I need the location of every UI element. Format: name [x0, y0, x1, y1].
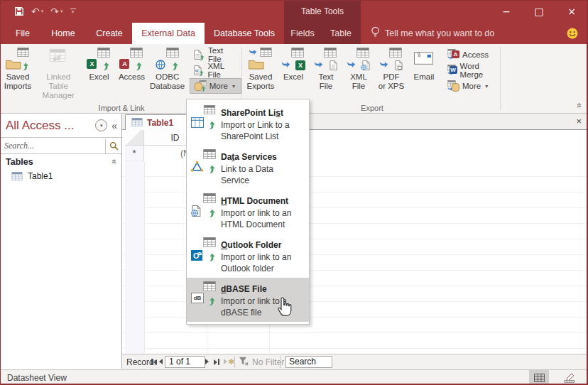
html-document-icon [191, 193, 217, 217]
menu-item-sharepoint-list[interactable]: SharePoint List Import or Link to a Shar… [187, 102, 309, 146]
table-icon [131, 116, 143, 129]
data-services-icon [191, 149, 217, 173]
email-icon [412, 48, 436, 70]
outlook-folder-icon: O [191, 237, 217, 261]
no-filter-button[interactable]: No Filter [239, 357, 284, 368]
tab-home[interactable]: Home [40, 23, 87, 44]
excel-export-icon: X [281, 48, 305, 70]
lightbulb-icon [371, 26, 380, 40]
quick-access-toolbar: ↶▾ ↷▾ ▾ [14, 0, 76, 23]
more-import-dropdown-menu: SharePoint List Import or Link to a Shar… [186, 99, 310, 325]
sharepoint-list-icon [191, 105, 217, 129]
xml-export-icon [347, 48, 371, 70]
nav-pane-title: All Access ... [6, 119, 95, 133]
odbc-database-icon [156, 48, 180, 70]
navigation-pane: All Access ... ▾ « Search... Tables » Ta… [0, 114, 122, 369]
previous-record-icon[interactable] [159, 359, 163, 364]
redo-icon[interactable]: ↷▾ [50, 6, 62, 16]
access-import-icon: A [119, 48, 143, 70]
minimize-button[interactable]: − [490, 0, 523, 23]
table-icon [11, 172, 23, 180]
menu-item-data-services[interactable]: Data Services Link to a Data Service [187, 146, 309, 190]
status-bar: Datasheet View [0, 369, 588, 385]
ribbon-button-email[interactable]: Email [408, 45, 440, 82]
first-record-icon[interactable] [151, 359, 157, 365]
ribbon-button-more-dropdown[interactable]: More▾ [443, 78, 500, 94]
close-document-icon[interactable]: × [576, 116, 582, 127]
ribbon-button-saved-exports[interactable]: Saved Exports [244, 45, 277, 91]
nav-group-tables[interactable]: Tables » [0, 154, 121, 169]
more-import-icon [195, 80, 207, 92]
tell-me-box[interactable]: Tell me what you want to do [371, 23, 494, 44]
saved-exports-icon [249, 48, 273, 70]
ribbon-button-excel[interactable]: XExcel [82, 45, 115, 82]
ribbon-button-access[interactable]: AAccess [443, 47, 500, 63]
text-export-icon [314, 48, 338, 70]
tab-external-data[interactable]: External Data [132, 23, 205, 44]
maximize-button[interactable]: □ [523, 0, 555, 23]
shutter-bar-close-icon[interactable]: « [111, 120, 117, 131]
select-all-corner[interactable] [125, 130, 144, 146]
ribbon-button-linked-table-manager: ⇄Linked Table Manager [34, 45, 82, 100]
record-position-box[interactable]: 1 of 1 [165, 356, 205, 368]
customize-quick-access-icon[interactable]: ▾ [70, 9, 76, 15]
design-view-button[interactable] [560, 370, 580, 385]
datasheet-view-button[interactable] [529, 370, 549, 385]
excel-import-icon: X [87, 48, 111, 70]
last-record-icon[interactable] [214, 359, 220, 365]
nav-search-placeholder: Search... [4, 141, 105, 151]
view-status-label: Datasheet View [7, 373, 67, 383]
record-navigation-bar: Record: 1 of 1 ✱ No Filter Search [122, 354, 588, 369]
close-button[interactable]: × [555, 0, 588, 23]
nav-item-table1[interactable]: Table1 [0, 169, 121, 183]
collapse-group-icon[interactable]: » [109, 160, 119, 164]
document-tab-table1[interactable]: Table1 [125, 114, 190, 131]
pdf-export-icon [379, 48, 403, 70]
tab-database-tools[interactable]: Database Tools [205, 23, 284, 44]
contextual-tools-title: Table Tools [284, 0, 361, 23]
saved-imports-icon [6, 48, 30, 70]
ribbon-button-odbc-database[interactable]: ODBC Database [148, 45, 186, 91]
save-icon[interactable] [14, 6, 24, 16]
undo-icon[interactable]: ↶▾ [31, 6, 43, 16]
ribbon-button-saved-imports[interactable]: Saved Imports [1, 45, 34, 91]
ribbon-button-xml-file[interactable]: XML File [342, 45, 375, 91]
tab-create[interactable]: Create [87, 23, 132, 44]
ribbon-button-pdf-or-xps[interactable]: PDF or XPS [375, 45, 408, 91]
ribbon-button-excel[interactable]: XExcel [277, 45, 310, 82]
menu-item-outlook-folder[interactable]: O Outlook Folder Import or link to an Ou… [187, 234, 309, 278]
menu-item-html-document[interactable]: HTML Document Import or link to an HTML … [187, 190, 309, 234]
ribbon-tab-row: FileHomeCreateExternal DataDatabase Tool… [0, 23, 588, 44]
record-search-input[interactable]: Search [285, 356, 332, 368]
ribbon-button-more-dropdown[interactable]: More▾ [190, 78, 241, 94]
ribbon-button-word-merge[interactable]: WWord Merge [443, 63, 500, 78]
collapse-ribbon-icon[interactable]: » [573, 103, 584, 108]
next-record-icon[interactable] [205, 359, 209, 364]
ribbon-button-text-file[interactable]: Text File [310, 45, 342, 91]
dbase-file-icon: dB [191, 281, 217, 305]
more-export-icon [447, 80, 459, 92]
xml-file-import-icon: ‹› [194, 65, 205, 76]
nav-search-box[interactable]: Search... [0, 138, 121, 154]
dropdown-caret-icon: ▾ [232, 83, 235, 90]
ribbon-button-text-file[interactable]: Text File [190, 47, 241, 63]
access-export-icon: A [447, 49, 459, 60]
tab-table[interactable]: Table [321, 23, 361, 44]
ribbon-button-xml-file[interactable]: ‹›XML File [190, 63, 241, 78]
tab-fields[interactable]: Fields [284, 23, 321, 44]
nav-menu-dropdown-icon[interactable]: ▾ [95, 119, 107, 131]
feedback-smiley-icon[interactable] [567, 28, 578, 42]
text-file-import-icon [194, 49, 205, 60]
dropdown-caret-icon: ▾ [485, 83, 488, 90]
menu-item-dbase-file[interactable]: dB dBASE File Import or link to a dBASE … [187, 278, 309, 322]
titlebar: ↶▾ ↷▾ ▾ Table Tools − □ × [0, 0, 588, 23]
search-icon[interactable] [106, 141, 121, 151]
tab-file[interactable]: File [6, 23, 40, 44]
access-window: ↶▾ ↷▾ ▾ Table Tools − □ × FileHomeCreate… [0, 0, 588, 385]
new-record-selector[interactable]: * [125, 146, 144, 161]
new-record-icon[interactable]: ✱ [224, 359, 234, 364]
filter-icon [239, 357, 249, 368]
linked-table-manager-icon: ⇄ [46, 48, 70, 70]
ribbon-button-access[interactable]: AAccess [115, 45, 148, 82]
word-merge-icon: W [447, 65, 457, 76]
